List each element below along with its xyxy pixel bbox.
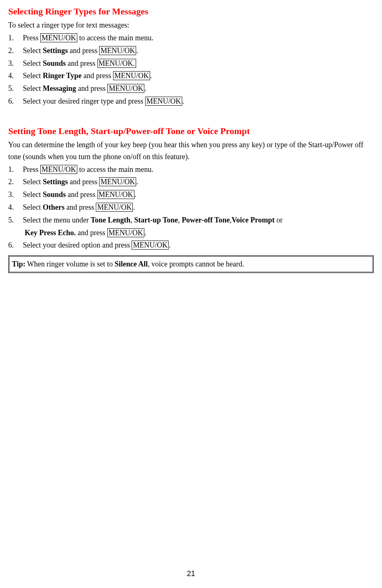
section-ringer-types: Selecting Ringer Types for Messages To s…: [8, 4, 374, 107]
step-text: and press: [66, 190, 97, 199]
heading-ringer-types: Selecting Ringer Types for Messages: [8, 4, 374, 19]
step-text: Select your desired ringer type and pres…: [23, 97, 145, 105]
step-2: 2. Select Settings and press MENU/OK.: [8, 45, 374, 57]
step-text: or: [275, 216, 283, 224]
step-text: Select the menu under: [23, 216, 91, 224]
tone-length-label: Tone Length: [90, 216, 130, 224]
step-text: and press: [66, 59, 97, 67]
step-text: and press: [76, 229, 107, 237]
step-text: and press: [65, 203, 96, 211]
steps-tone-length: 1. Press MENU/OK to access the main menu…: [8, 164, 374, 226]
step-6: 6. Select your desired ringer type and p…: [8, 95, 374, 107]
step-number: 5.: [8, 214, 17, 226]
step-number: 6.: [8, 239, 17, 251]
key-press-echo-label: Key Press Echo.: [25, 229, 76, 237]
section-tone-length: Setting Tone Length, Start-up/Power-off …: [8, 124, 374, 273]
menu-ok-key: MENU/OK: [99, 177, 136, 186]
silence-all-label: Silence All: [115, 260, 148, 268]
messaging-label: Messaging: [43, 84, 76, 93]
step-text: and press: [68, 178, 99, 186]
heading-tone-length: Setting Tone Length, Start-up/Power-off …: [8, 124, 374, 138]
step-3: 3. Select Sounds and press MENU/OK.: [8, 189, 374, 201]
step-text: Select: [23, 59, 43, 67]
step-text: .: [150, 72, 152, 80]
step-text: Press: [23, 165, 41, 174]
menu-ok-key: MENU/OK: [99, 46, 136, 55]
separator: ,: [178, 216, 182, 224]
step-5: 5. Select Messaging and press MENU/OK.: [8, 83, 374, 95]
step-number: 3.: [8, 189, 17, 201]
step-text: .: [182, 97, 184, 105]
step-text: and press: [68, 46, 99, 55]
menu-ok-key: MENU/OK: [113, 71, 150, 80]
menu-ok-key: MENU/OK: [40, 165, 77, 174]
step-number: 1.: [8, 164, 17, 176]
intro-tone-length: You can determine the length of your key…: [8, 139, 374, 163]
menu-ok-key: MENU/OK: [107, 84, 144, 93]
step-number: 3.: [8, 58, 17, 69]
step-number: 6.: [8, 95, 17, 107]
step-text: .: [133, 203, 135, 211]
tip-text: , voice prompts cannot be heard.: [148, 260, 244, 268]
steps-tone-length-cont: 6. Select your desired option and press …: [8, 239, 374, 251]
step-text: and press: [76, 84, 107, 93]
step-text: .: [134, 190, 137, 199]
settings-label: Settings: [43, 46, 68, 55]
step-text: Select your desired option and press: [23, 241, 132, 249]
step-text: Select: [23, 72, 43, 80]
step-text: Select: [23, 46, 43, 55]
step-number: 1.: [8, 32, 17, 44]
step-text: .: [136, 178, 138, 186]
step-2: 2. Select Settings and press MENU/OK.: [8, 176, 374, 188]
step-text: and press: [82, 72, 113, 80]
separator: ,: [130, 216, 134, 224]
step-text: Press: [23, 34, 41, 42]
menu-ok-key: MENU/OK.: [97, 59, 137, 68]
step-text: .: [169, 241, 171, 249]
page-number: 21: [0, 568, 382, 580]
step-text: Select: [23, 190, 43, 199]
menu-ok-key: MENU/OK: [96, 203, 133, 212]
menu-ok-key: MENU/OK: [107, 228, 144, 237]
menu-ok-key: MENU/OK: [132, 241, 169, 250]
step-text: to access the main menu.: [77, 165, 153, 174]
tip-label: Tip:: [12, 260, 25, 268]
step-number: 4.: [8, 70, 17, 82]
step-6: 6. Select your desired option and press …: [8, 239, 374, 251]
steps-ringer-types: 1. Press MENU/OK to access the main menu…: [8, 32, 374, 107]
ringer-type-label: Ringer Type: [43, 72, 82, 80]
sounds-label: Sounds: [43, 59, 66, 67]
step-number: 2.: [8, 176, 17, 188]
step-5: 5. Select the menu under Tone Length, St…: [8, 214, 374, 226]
step-text: .: [144, 229, 146, 237]
step-4: 4. Select Others and press MENU/OK.: [8, 201, 374, 213]
menu-ok-key: MENU/OK: [145, 97, 182, 106]
step-number: 5.: [8, 83, 17, 95]
settings-label: Settings: [43, 178, 68, 186]
menu-ok-key: MENU/OK: [97, 190, 134, 199]
step-text: Select: [23, 84, 43, 93]
tip-box: Tip: When ringer volume is set to Silenc…: [8, 255, 374, 273]
step-text: Select: [23, 178, 43, 186]
step-1: 1. Press MENU/OK to access the main menu…: [8, 164, 374, 176]
step-number: 4.: [8, 201, 17, 213]
voice-prompt-label: Voice Prompt: [232, 216, 274, 224]
poweroff-tone-label: Power-off Tone: [182, 216, 230, 224]
step-5-continuation: Key Press Echo. and press MENU/OK.: [8, 227, 374, 239]
step-3: 3. Select Sounds and press MENU/OK.: [8, 58, 374, 69]
intro-ringer-types: To select a ringer type for text message…: [8, 19, 374, 31]
step-text: .: [144, 84, 146, 93]
menu-ok-key: MENU/OK: [40, 33, 77, 42]
others-label: Others: [43, 203, 65, 211]
startup-tone-label: Start-up Tone: [134, 216, 178, 224]
step-text: .: [136, 46, 138, 55]
sounds-label: Sounds: [43, 190, 66, 199]
step-4: 4. Select Ringer Type and press MENU/OK.: [8, 70, 374, 82]
step-1: 1. Press MENU/OK to access the main menu…: [8, 32, 374, 44]
step-text: to access the main menu.: [77, 34, 153, 42]
tip-text: When ringer volume is set to: [25, 260, 115, 268]
step-number: 2.: [8, 45, 17, 57]
step-text: Select: [23, 203, 43, 211]
